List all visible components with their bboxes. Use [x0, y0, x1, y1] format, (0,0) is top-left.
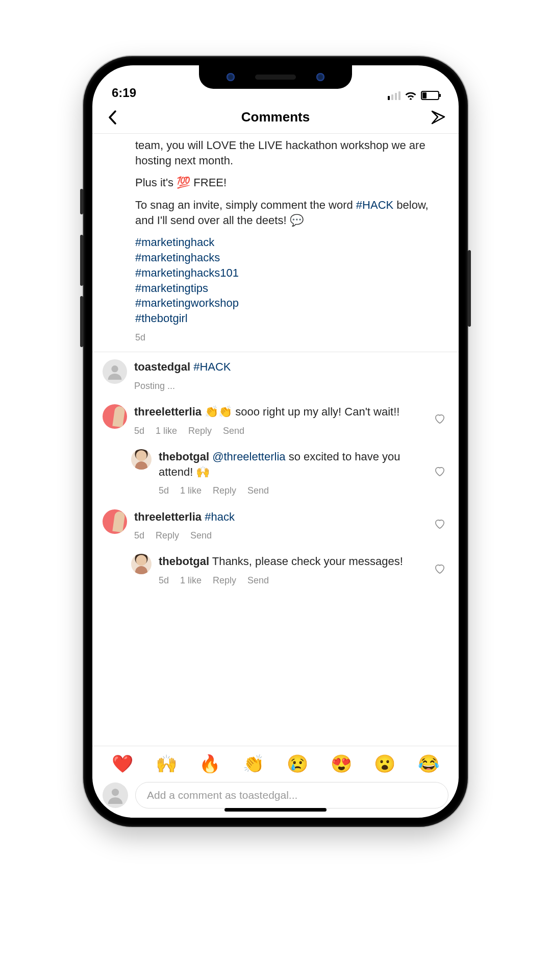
- comments-scroll-area[interactable]: team, you will LOVE the LIVE hackathon w…: [92, 134, 459, 746]
- comment-row: toastedgal #HACK Posting ...: [92, 352, 459, 397]
- emoji-raisedhands-icon[interactable]: 🙌: [156, 753, 177, 774]
- mute-switch: [80, 189, 83, 214]
- reply-button[interactable]: Reply: [213, 484, 236, 497]
- comment-timestamp: 5d: [134, 529, 144, 542]
- avatar[interactable]: [103, 782, 128, 808]
- comment-likes[interactable]: 1 like: [156, 425, 177, 437]
- hashtag-link[interactable]: #HACK: [356, 199, 393, 211]
- status-time: 6:19: [112, 86, 136, 100]
- comment-input-placeholder: Add a comment as toastedgal...: [147, 789, 297, 801]
- caption-line: Plus it's 💯 FREE!: [135, 175, 446, 190]
- comment-row: threeletterlia 👏👏 sooo right up my ally!…: [92, 397, 459, 442]
- emoji-wow-icon[interactable]: 😮: [374, 753, 395, 774]
- compose-bar: Add a comment as toastedgal...: [92, 779, 459, 818]
- hashtag-link[interactable]: #marketinghacks101: [135, 265, 446, 281]
- emoji-laugh-icon[interactable]: 😂: [418, 753, 439, 774]
- comment-input[interactable]: Add a comment as toastedgal...: [135, 782, 448, 808]
- send-button[interactable]: Send: [190, 529, 212, 542]
- like-comment-button[interactable]: [434, 563, 448, 578]
- send-button[interactable]: Send: [223, 425, 244, 437]
- share-button[interactable]: [428, 107, 448, 128]
- hashtag-link[interactable]: #marketinghacks: [135, 250, 446, 265]
- post-caption: team, you will LOVE the LIVE hackathon w…: [92, 134, 459, 352]
- back-button[interactable]: [103, 107, 123, 128]
- emoji-quickbar: ❤️ 🙌 🔥 👏 😢 😍 😮 😂: [92, 746, 459, 779]
- emoji-fire-icon[interactable]: 🔥: [199, 753, 220, 774]
- comment-likes[interactable]: 1 like: [180, 484, 202, 497]
- comment-likes[interactable]: 1 like: [180, 574, 202, 586]
- reply-button[interactable]: Reply: [213, 574, 236, 586]
- home-indicator[interactable]: [224, 808, 327, 812]
- like-comment-button[interactable]: [434, 518, 448, 533]
- hashtag-link[interactable]: #marketingtips: [135, 281, 446, 296]
- comment-username[interactable]: thebotgal: [159, 450, 209, 463]
- comment-timestamp: 5d: [159, 484, 169, 497]
- emoji-icon: 👏👏: [205, 405, 232, 418]
- send-button[interactable]: Send: [247, 574, 269, 586]
- reply-row: thebotgal @threeletterlia so excited to …: [92, 442, 459, 502]
- hashtag-link[interactable]: #thebotgirl: [135, 311, 446, 326]
- comment-text: sooo right up my ally! Can't wait!!: [232, 405, 399, 418]
- volume-down-button: [80, 296, 83, 347]
- hashtag-link[interactable]: #marketingworkshop: [135, 296, 446, 311]
- reply-button[interactable]: Reply: [188, 425, 212, 437]
- caption-line: team, you will LOVE the LIVE hackathon w…: [135, 138, 446, 168]
- cellular-signal-icon: [388, 91, 400, 100]
- page-title: Comments: [241, 109, 310, 125]
- hashtag-list: #marketinghack #marketinghacks #marketin…: [135, 235, 446, 326]
- reply-button[interactable]: Reply: [156, 529, 179, 542]
- comment-username[interactable]: thebotgal: [159, 555, 209, 568]
- volume-up-button: [80, 235, 83, 286]
- post-timestamp: 5d: [135, 331, 446, 344]
- wifi-icon: [405, 91, 417, 100]
- comment-posting-status: Posting ...: [134, 380, 448, 392]
- avatar[interactable]: [131, 554, 152, 574]
- mention-link[interactable]: @threeletterlia: [212, 450, 285, 463]
- phone-screen: 6:19 Comments: [92, 65, 459, 818]
- comment-username[interactable]: threeletterlia: [134, 405, 202, 418]
- send-button[interactable]: Send: [247, 484, 269, 497]
- comment-username[interactable]: threeletterlia: [134, 510, 202, 523]
- comment-row: threeletterlia #hack 5d Reply Send: [92, 502, 459, 547]
- avatar[interactable]: [103, 404, 127, 429]
- reply-row: thebotgal Thanks, please check your mess…: [92, 547, 459, 592]
- comment-timestamp: 5d: [159, 574, 169, 586]
- avatar[interactable]: [103, 359, 127, 384]
- like-comment-button[interactable]: [434, 413, 448, 428]
- comment-timestamp: 5d: [134, 425, 144, 437]
- caption-line: To snag an invite, simply comment the wo…: [135, 198, 446, 228]
- phone-frame: 6:19 Comments: [83, 56, 468, 827]
- comment-username[interactable]: toastedgal: [134, 360, 190, 373]
- power-button: [468, 250, 471, 327]
- battery-icon: [421, 91, 439, 100]
- avatar[interactable]: [103, 509, 127, 534]
- avatar[interactable]: [131, 449, 152, 470]
- like-comment-button[interactable]: [434, 465, 448, 481]
- comment-text: Thanks, please check your messages!: [209, 555, 403, 568]
- device-notch: [199, 65, 352, 89]
- hashtag-link[interactable]: #marketinghack: [135, 235, 446, 250]
- svg-point-0: [111, 365, 118, 372]
- emoji-heart-icon[interactable]: ❤️: [112, 753, 133, 774]
- emoji-hearteyes-icon[interactable]: 😍: [331, 753, 352, 774]
- emoji-cry-icon[interactable]: 😢: [287, 753, 308, 774]
- emoji-clap-icon[interactable]: 👏: [243, 753, 264, 774]
- svg-point-1: [112, 789, 119, 796]
- hashtag-link[interactable]: #hack: [205, 510, 235, 523]
- hashtag-link[interactable]: #HACK: [193, 360, 231, 373]
- app-header: Comments: [92, 101, 459, 134]
